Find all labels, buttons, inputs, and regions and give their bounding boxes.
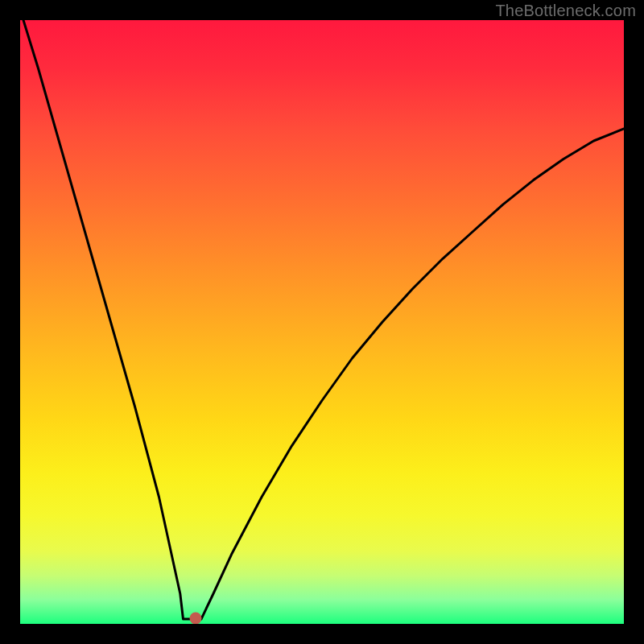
chart-frame: TheBottleneck.com (0, 0, 644, 644)
watermark-text: TheBottleneck.com (495, 2, 636, 20)
minimum-marker (189, 612, 201, 624)
plot-area (20, 20, 624, 624)
bottleneck-curve (20, 20, 624, 624)
